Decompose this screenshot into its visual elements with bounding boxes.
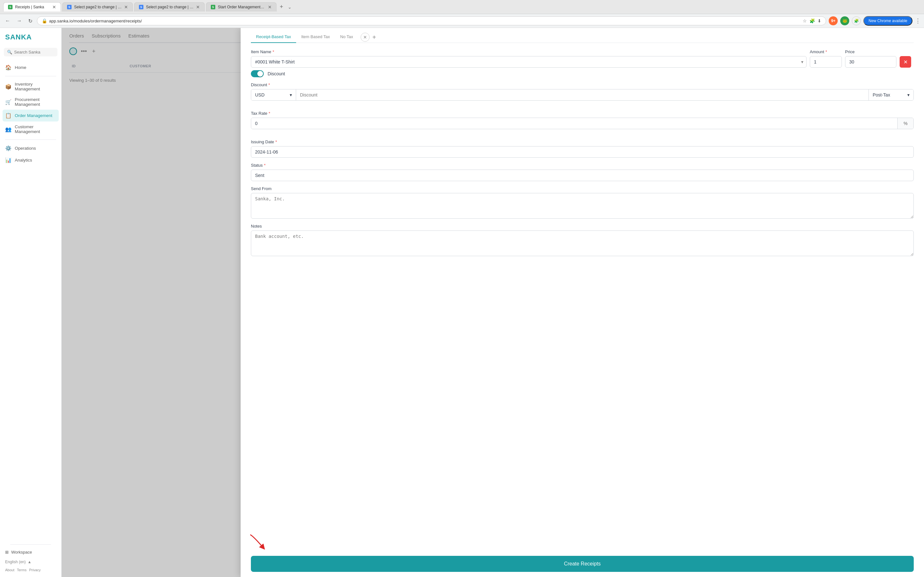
- sidebar-item-workspace[interactable]: ⊞ Workspace: [5, 547, 56, 557]
- discount-toggle-row: Discount: [251, 70, 914, 77]
- tab-favicon-4: S: [211, 5, 215, 9]
- back-button[interactable]: ←: [3, 17, 12, 25]
- main-content: Orders Subscriptions Estimates ••• + ID …: [61, 28, 924, 577]
- profile-avatar-2[interactable]: 🐸: [840, 16, 849, 25]
- language-selector[interactable]: English (en) ▲: [5, 557, 56, 567]
- sidebar-item-customer[interactable]: 👥 Customer Management: [0, 121, 61, 137]
- tab-close-1[interactable]: ✕: [52, 5, 56, 10]
- tab-start-order[interactable]: S Start Order Management with... ✕: [206, 2, 276, 11]
- tax-tab-item[interactable]: Item Based Tax: [296, 32, 335, 43]
- language-label: English (en): [5, 560, 26, 564]
- sidebar-item-operations[interactable]: ⚙️ Operations: [0, 142, 61, 154]
- bookmark-icon[interactable]: ☆: [803, 18, 807, 23]
- tax-suffix: %: [897, 118, 913, 129]
- terms-link[interactable]: Terms: [17, 568, 27, 572]
- chrome-available-button[interactable]: New Chrome available: [863, 16, 913, 26]
- reload-button[interactable]: ↻: [26, 17, 34, 25]
- browser-tabs: S Receipts | Sanka ✕ S Select page2 to c…: [3, 2, 921, 11]
- customer-icon: 👥: [5, 126, 11, 132]
- sidebar-item-customer-label: Customer Management: [15, 124, 56, 134]
- required-star-discount: *: [268, 82, 270, 87]
- privacy-link[interactable]: Privacy: [29, 568, 41, 572]
- notes-textarea[interactable]: [251, 230, 914, 256]
- tab-close-4[interactable]: ✕: [268, 5, 272, 10]
- panel-scroll: Receipt-Based Tax Item Based Tax No Tax …: [241, 28, 924, 551]
- sidebar-item-order-label: Order Management: [15, 113, 52, 118]
- post-tax-select[interactable]: Post-Tax ▾: [869, 89, 913, 100]
- tax-tab-add-button[interactable]: +: [372, 34, 376, 41]
- lock-icon: 🔒: [42, 18, 47, 23]
- tax-tab-notax[interactable]: No Tax: [335, 32, 358, 43]
- new-tab-button[interactable]: +: [278, 3, 285, 10]
- extension-icon[interactable]: 🧩: [809, 18, 815, 23]
- sidebar: SANKA 🔍 🏠 Home 📦 Inventory Management 🛒 …: [0, 28, 61, 577]
- create-receipts-button[interactable]: Create Receipts: [251, 556, 914, 572]
- tab-title-4: Start Order Management with...: [218, 5, 265, 9]
- discount-input[interactable]: [296, 89, 869, 100]
- download-icon[interactable]: ⬇: [817, 18, 821, 23]
- post-tax-chevron: ▾: [907, 92, 909, 97]
- sidebar-item-home[interactable]: 🏠 Home: [0, 61, 61, 73]
- tab-django-1[interactable]: S Select page2 to change | Dja... ✕: [62, 2, 133, 11]
- tab-close-2[interactable]: ✕: [124, 5, 128, 10]
- discount-row: USD ▾ Post-Tax ▾: [251, 89, 914, 101]
- tax-tab-receipt[interactable]: Receipt-Based Tax: [251, 32, 296, 43]
- workspace-icon: ⊞: [5, 550, 9, 554]
- address-text: app.sanka.io/modules/ordermanagement/rec…: [49, 19, 801, 23]
- search-icon: 🔍: [7, 50, 12, 55]
- tab-title-3: Select page2 to change | Dja...: [146, 5, 194, 9]
- required-star-date: *: [275, 139, 277, 144]
- sidebar-item-order-management[interactable]: 📋 Order Management: [3, 110, 59, 121]
- search-input[interactable]: [14, 50, 54, 55]
- price-input[interactable]: [845, 56, 897, 68]
- discount-currency-select[interactable]: USD ▾: [251, 89, 296, 100]
- nav-divider-2: [5, 139, 56, 140]
- sidebar-item-inventory-label: Inventory Management: [15, 82, 56, 91]
- issuing-date-group: Issuing Date *: [251, 139, 914, 158]
- tab-django-2[interactable]: S Select page2 to change | Dja... ✕: [134, 2, 205, 11]
- address-bar[interactable]: 🔒 app.sanka.io/modules/ordermanagement/r…: [37, 16, 826, 25]
- sidebar-item-home-label: Home: [15, 65, 26, 70]
- chrome-menu-icon[interactable]: ⋮: [915, 17, 921, 24]
- status-input[interactable]: [251, 169, 914, 181]
- forward-button[interactable]: →: [15, 17, 24, 25]
- amount-input[interactable]: [810, 56, 842, 68]
- send-from-textarea[interactable]: [251, 193, 914, 219]
- footer-links: About Terms Privacy: [5, 567, 56, 572]
- issuing-date-label: Issuing Date *: [251, 139, 914, 144]
- chevron-up-icon: ▲: [27, 560, 31, 564]
- issuing-date-input[interactable]: [251, 146, 914, 158]
- tab-title-1: Receipts | Sanka: [15, 5, 50, 9]
- currency-chevron: ▾: [290, 92, 292, 97]
- tab-favicon-2: S: [67, 5, 71, 9]
- tax-rate-group: Tax Rate * %: [251, 111, 914, 134]
- about-link[interactable]: About: [5, 568, 15, 572]
- profile-avatar-1[interactable]: 9+: [829, 16, 838, 25]
- procurement-icon: 🛒: [5, 99, 11, 105]
- search-bar[interactable]: 🔍: [4, 48, 57, 56]
- sidebar-item-inventory[interactable]: 📦 Inventory Management: [0, 79, 61, 94]
- discount-group: Discount * USD ▾ Post-Tax ▾: [251, 82, 914, 106]
- item-name-select-wrapper: #0001 White T-Shirt: [251, 56, 806, 68]
- app-logo: SANKA: [0, 33, 61, 48]
- tax-rate-input[interactable]: [251, 118, 897, 129]
- sidebar-item-workspace-label: Workspace: [11, 550, 32, 554]
- tab-close-3[interactable]: ✕: [196, 5, 200, 10]
- delete-item-button[interactable]: ✕: [900, 56, 911, 68]
- extensions-icon[interactable]: 🧩: [852, 16, 861, 25]
- discount-toggle[interactable]: [251, 70, 264, 77]
- tax-tab-close-button[interactable]: ✕: [360, 33, 370, 42]
- send-from-label: Send From: [251, 186, 914, 191]
- sidebar-item-analytics[interactable]: 📊 Analytics: [0, 154, 61, 166]
- currency-value: USD: [255, 92, 265, 97]
- tax-rate-row: %: [251, 118, 914, 129]
- post-tax-value: Post-Tax: [873, 92, 890, 97]
- required-star-tax: *: [268, 111, 270, 116]
- order-icon: 📋: [5, 113, 11, 119]
- tab-overflow-button[interactable]: ⌄: [286, 5, 293, 10]
- tab-receipts-sanka[interactable]: S Receipts | Sanka ✕: [3, 2, 61, 11]
- sidebar-item-procurement[interactable]: 🛒 Procurement Management: [0, 94, 61, 110]
- sidebar-item-procurement-label: Procurement Management: [15, 97, 56, 107]
- toggle-knob: [257, 71, 263, 77]
- item-name-select[interactable]: #0001 White T-Shirt: [251, 56, 806, 68]
